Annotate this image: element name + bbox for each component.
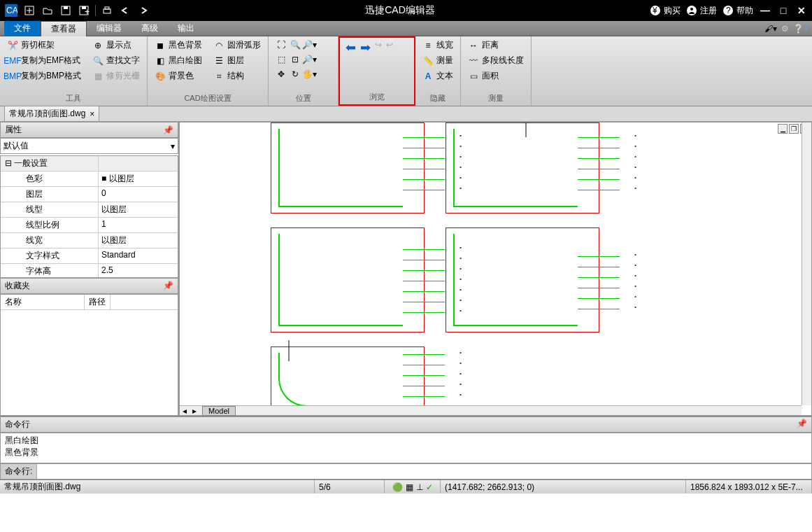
show-points-button[interactable]: ⊕显示点 [91,38,141,52]
ribbon-group-browse: ⬅ ➡ ↪ ↩ 浏览 [339,36,415,106]
grid-icon[interactable]: ▦ [406,482,413,492]
command-area: 命令行📌 黑白绘图 黑色背景 命令行: [0,416,812,479]
svg-rect-11 [105,7,109,9]
chevron-down-icon: ▾ [171,141,175,151]
group-label-position: 位置 [274,92,332,104]
ribbon-group-measure: ↔距离 〰多段线长度 ▭面积 测量 [461,36,532,106]
cmd-input[interactable] [37,464,811,479]
structure-button[interactable]: ⌗结构 [212,69,262,83]
svg-text:+: + [85,7,90,16]
settings-icon[interactable]: ⚙ [781,24,789,34]
ribbon-group-tools: ✂️剪切框架 EMF复制为EMF格式 BMP复制为BMP格式 ⊕显示点 🔍查找文… [0,36,148,106]
titlebar: CAD + 迅捷CAD编辑器 ¥购买 注册 ?帮助 — □ ✕ [0,0,812,21]
menu-viewer[interactable]: 查看器 [41,21,87,36]
cmd-input-row: 命令行: [0,463,812,479]
ortho-icon[interactable]: ⊥ [416,482,423,492]
svg-text:CAD: CAD [6,6,17,15]
open-icon[interactable] [41,4,55,18]
status-dimensions: 1856.824 x 1893.012 x 5E-7... [686,480,812,493]
status-page: 5/6 [315,480,385,493]
cad-logo-icon[interactable]: CAD [4,4,18,18]
app-title: 迅捷CAD编辑器 [150,4,650,17]
register-link[interactable]: 注册 [686,5,717,17]
cmd-log[interactable]: 黑白绘图 黑色背景 [0,433,812,463]
file-tabs: 常规吊顶剖面图.dwg × [0,106,812,122]
group-label-hide: 隐藏 [421,92,455,104]
layers-button[interactable]: ☰图层 [212,54,262,67]
ribbon-group-position: ⛶🔍🔎▾ ⬚⊡🔎▾ ✥↻🖐▾ 位置 [269,36,339,106]
close-button[interactable]: ✕ [795,4,808,17]
left-panels: 属性📌 默认值▾ ⊟ 一般设置 色彩■ 以图层 图层0 线型以图层 线型比例1 … [0,122,179,416]
nav-a-button[interactable]: ↪ [375,40,382,90]
polyline-length-button[interactable]: 〰多段线长度 [466,54,525,67]
pan-mode-button[interactable]: ✥↻🖐▾ [274,68,316,80]
svg-text:?: ? [726,6,731,15]
statusbar: 常规吊顶剖面图.dwg 5/6 🟢 ▦ ⊥ ✓ (1417.682; 2662.… [0,479,812,493]
cmd-title: 命令行📌 [0,416,812,433]
svg-point-15 [690,8,693,10]
menubar: 文件 查看器 编辑器 高级 输出 🖌▾ ⚙ ❔▾ [0,21,812,36]
props-default-select[interactable]: 默认值▾ [0,138,178,154]
extent-button[interactable]: ⬚⊡🔎▾ [274,53,316,66]
pin-icon[interactable]: 📌 [163,125,173,135]
help-ribbon-icon[interactable]: ❔▾ [793,24,808,34]
group-label-tools: 工具 [6,92,141,104]
next-view-button[interactable]: ➡ [360,40,371,90]
new-icon[interactable] [22,4,36,18]
maximize-button[interactable]: □ [777,4,790,17]
linewidth-button[interactable]: ≡线宽 [421,38,455,52]
file-tab-close-icon[interactable]: × [90,109,94,119]
smooth-arc-button[interactable]: ◠圆滑弧形 [212,38,262,52]
status-file: 常规吊顶剖面图.dwg [0,480,315,493]
fit-button[interactable]: ⛶🔍🔎▾ [274,38,316,51]
menu-output[interactable]: 输出 [168,21,204,36]
props-table[interactable]: ⊟ 一般设置 色彩■ 以图层 图层0 线型以图层 线型比例1 线宽以图层 文字样… [0,155,178,278]
trim-raster-button: ▦修剪光栅 [91,69,141,83]
layout-tab-model[interactable]: Model [202,406,236,416]
find-text-button[interactable]: 🔍查找文字 [91,54,141,67]
buy-link[interactable]: ¥购买 [650,5,681,17]
print-icon[interactable] [100,4,114,18]
ribbon-group-hide: ≡线宽 📏测量 A文本 隐藏 [415,36,461,106]
cmd-prompt-label: 命令行: [1,464,37,479]
file-tab-active[interactable]: 常规吊顶剖面图.dwg × [4,106,99,122]
help-link[interactable]: ?帮助 [722,5,753,17]
menu-advanced[interactable]: 高级 [131,21,168,36]
redo-icon[interactable] [136,4,150,18]
svg-text:¥: ¥ [652,6,657,15]
drawing-canvas[interactable]: ▁ ❐ ✕ [179,122,812,416]
pin-icon[interactable]: 📌 [163,281,173,290]
workspace: 属性📌 默认值▾ ⊟ 一般设置 色彩■ 以图层 图层0 线型以图层 线型比例1 … [0,122,812,416]
nav-b-button[interactable]: ↩ [386,40,393,90]
distance-button[interactable]: ↔距离 [466,38,525,52]
saveas-icon[interactable]: + [77,4,91,18]
save-icon[interactable] [59,4,73,18]
pin-icon[interactable]: 📌 [797,419,807,430]
measure-toggle-button[interactable]: 📏测量 [421,54,455,67]
polar-icon[interactable]: ✓ [426,482,433,492]
bg-color-button[interactable]: 🎨背景色 [153,69,204,83]
clip-frame-button[interactable]: ✂️剪切框架 [6,38,83,52]
area-button[interactable]: ▭面积 [466,69,525,83]
text-toggle-button[interactable]: A文本 [421,69,455,83]
snap-icon[interactable]: 🟢 [392,482,403,492]
black-bg-button[interactable]: ◼黑色背景 [153,38,204,52]
svg-rect-10 [104,9,111,13]
menu-editor[interactable]: 编辑器 [87,21,131,36]
fav-table[interactable]: 名称路径 [0,294,178,416]
copy-bmp-button[interactable]: BMP复制为BMP格式 [6,69,83,83]
group-label-browse: 浏览 [346,90,408,102]
menu-file[interactable]: 文件 [4,21,41,36]
prev-view-button[interactable]: ⬅ [346,40,356,90]
minimize-button[interactable]: — [759,4,771,17]
copy-emf-button[interactable]: EMF复制为EMF格式 [6,54,83,67]
ribbon: ✂️剪切框架 EMF复制为EMF格式 BMP复制为BMP格式 ⊕显示点 🔍查找文… [0,36,812,106]
undo-icon[interactable] [118,4,132,18]
quick-access-toolbar: CAD + [4,4,150,18]
group-label-cad: CAD绘图设置 [153,92,262,104]
status-coords: (1417.682; 2662.913; 0) [441,480,686,493]
bw-draw-button[interactable]: ◧黑白绘图 [153,54,204,67]
vertical-scrollbar[interactable] [802,122,811,405]
horizontal-scrollbar[interactable]: ◂▸ Model [180,405,802,415]
style-icon[interactable]: 🖌▾ [764,24,777,34]
